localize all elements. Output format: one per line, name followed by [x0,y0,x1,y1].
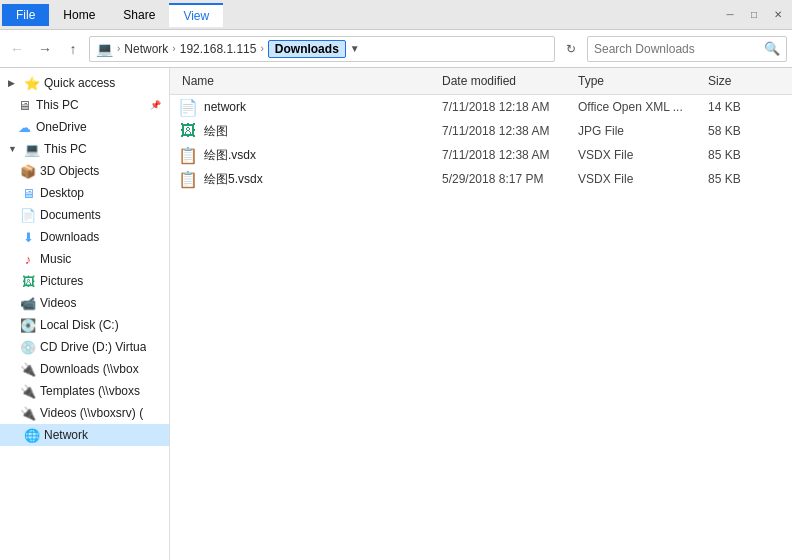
file-name-text: 绘图 [204,123,228,140]
file-name-cell: 📋 绘图.vsdx [178,145,438,165]
file-type: Office Open XML ... [574,98,704,116]
tab-share[interactable]: Share [109,4,169,26]
sidebar-item-this-pc[interactable]: ▼ 💻 This PC [0,138,169,160]
file-type: VSDX File [574,146,704,164]
this-pc-top-icon: 🖥 [16,97,32,113]
maximize-button[interactable]: □ [742,3,766,27]
expand-icon: ▶ [8,78,20,88]
file-date: 7/11/2018 12:38 AM [438,146,574,164]
videos-icon: 📹 [20,295,36,311]
search-box[interactable]: 🔍 [587,36,787,62]
ribbon-tabs: File Home Share View ─ □ ✕ [0,0,792,30]
file-date: 5/29/2018 8:17 PM [438,170,574,188]
back-button[interactable]: ← [5,37,29,61]
file-icon-jpg: 🖼 [178,121,198,141]
sidebar-item-onedrive[interactable]: ☁ OneDrive [0,116,169,138]
sidebar-item-quick-access[interactable]: ▶ ⭐ Quick access [0,72,169,94]
file-area: Name Date modified Type Size 📄 network 7… [170,68,792,560]
path-downloads[interactable]: Downloads [268,40,346,58]
address-path[interactable]: 💻 › Network › 192.168.1.115 › Downloads … [89,36,555,62]
sidebar-item-label: Videos [40,296,76,310]
music-icon: ♪ [20,251,36,267]
forward-button[interactable]: → [33,37,57,61]
file-name-text: network [204,100,246,114]
search-input[interactable] [594,42,764,56]
desktop-icon: 🖥 [20,185,36,201]
sidebar-item-label: OneDrive [36,120,87,134]
table-row[interactable]: 🖼 绘图 7/11/2018 12:38 AM JPG File 58 KB [170,119,792,143]
table-row[interactable]: 📄 network 7/11/2018 12:18 AM Office Open… [170,95,792,119]
file-size: 85 KB [704,170,784,188]
tab-file[interactable]: File [2,4,49,26]
table-row[interactable]: 📋 绘图.vsdx 7/11/2018 12:38 AM VSDX File 8… [170,143,792,167]
col-date[interactable]: Date modified [438,72,574,90]
file-size: 14 KB [704,98,784,116]
sidebar: ▶ ⭐ Quick access 🖥 This PC 📌 ☁ OneDrive … [0,68,170,560]
path-sep-3: › [260,43,263,54]
sidebar-item-pictures[interactable]: 🖼 Pictures [0,270,169,292]
sidebar-item-3d-objects[interactable]: 📦 3D Objects [0,160,169,182]
file-name-cell: 📄 network [178,97,438,117]
file-list: 📄 network 7/11/2018 12:18 AM Office Open… [170,95,792,560]
tab-home[interactable]: Home [49,4,109,26]
search-icon: 🔍 [764,41,780,56]
sidebar-item-downloads[interactable]: ⬇ Downloads [0,226,169,248]
file-date: 7/11/2018 12:38 AM [438,122,574,140]
sidebar-item-music[interactable]: ♪ Music [0,248,169,270]
file-icon-doc: 📄 [178,97,198,117]
sidebar-item-label: Network [44,428,88,442]
file-icon-vsdx: 📋 [178,145,198,165]
sidebar-item-documents[interactable]: 📄 Documents [0,204,169,226]
sidebar-item-label: Desktop [40,186,84,200]
table-row[interactable]: 📋 绘图5.vsdx 5/29/2018 8:17 PM VSDX File 8… [170,167,792,191]
file-name-cell: 📋 绘图5.vsdx [178,169,438,189]
file-date: 7/11/2018 12:18 AM [438,98,574,116]
tab-view[interactable]: View [169,3,223,27]
file-type: VSDX File [574,170,704,188]
sidebar-item-label: Downloads [40,230,99,244]
file-name-text: 绘图.vsdx [204,147,256,164]
path-ip[interactable]: 192.168.1.115 [180,42,257,56]
sidebar-item-desktop[interactable]: 🖥 Desktop [0,182,169,204]
sidebar-item-cd-drive[interactable]: 💿 CD Drive (D:) Virtua [0,336,169,358]
downloads-icon: ⬇ [20,229,36,245]
sidebar-item-label: Quick access [44,76,115,90]
sidebar-item-label: Downloads (\\vbox [40,362,139,376]
path-network[interactable]: Network [124,42,168,56]
pin-icon: 📌 [150,100,161,110]
quick-access-icon: ⭐ [24,75,40,91]
sidebar-item-label: Pictures [40,274,83,288]
sidebar-item-label: Documents [40,208,101,222]
sidebar-item-this-pc-top[interactable]: 🖥 This PC 📌 [0,94,169,116]
file-name-cell: 🖼 绘图 [178,121,438,141]
col-name[interactable]: Name [178,72,438,90]
downloads-net-icon: 🔌 [20,361,36,377]
minimize-button[interactable]: ─ [718,3,742,27]
sidebar-item-downloads-net[interactable]: 🔌 Downloads (\\vbox [0,358,169,380]
file-name-text: 绘图5.vsdx [204,171,263,188]
sidebar-item-label: Videos (\\vboxsrv) ( [40,406,143,420]
sidebar-item-templates-net[interactable]: 🔌 Templates (\\vboxs [0,380,169,402]
col-size[interactable]: Size [704,72,784,90]
path-dropdown-chevron[interactable]: ▼ [350,43,360,54]
sidebar-item-label: Templates (\\vboxs [40,384,140,398]
local-disk-icon: 💽 [20,317,36,333]
sidebar-item-videos-net[interactable]: 🔌 Videos (\\vboxsrv) ( [0,402,169,424]
up-button[interactable]: ↑ [61,37,85,61]
file-type: JPG File [574,122,704,140]
expand-icon: ▼ [8,144,20,154]
sidebar-item-label: 3D Objects [40,164,99,178]
cd-drive-icon: 💿 [20,339,36,355]
documents-icon: 📄 [20,207,36,223]
sidebar-item-videos[interactable]: 📹 Videos [0,292,169,314]
file-size: 58 KB [704,122,784,140]
this-pc-icon: 💻 [24,141,40,157]
file-icon-vsdx2: 📋 [178,169,198,189]
sidebar-item-network[interactable]: 🌐 Network [0,424,169,446]
sidebar-item-local-disk[interactable]: 💽 Local Disk (C:) [0,314,169,336]
path-sep-1: › [117,43,120,54]
col-type[interactable]: Type [574,72,704,90]
refresh-button[interactable]: ↻ [559,37,583,61]
path-sep-2: › [172,43,175,54]
close-button[interactable]: ✕ [766,3,790,27]
